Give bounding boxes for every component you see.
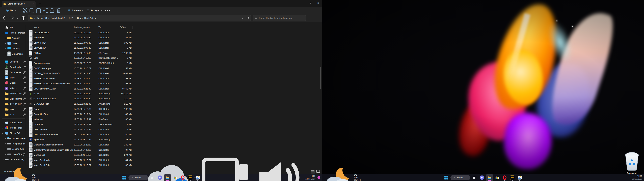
taskbar-search-button[interactable]: Suche (128, 175, 148, 180)
sidebar-item-volume-e[interactable]: Volume (E:) (1, 146, 26, 152)
sidebar-item-gta[interactable]: GTA (1, 112, 26, 117)
taskbar-photos-button[interactable] (194, 174, 201, 181)
file-row-lspdfr-uinst[interactable]: FRlspdfr_uinst12.03.2023 19:27Anwendung3… (28, 137, 142, 142)
sidebar-item-start[interactable]: Start (1, 25, 26, 30)
taskbar-microsoft-store-button[interactable] (172, 174, 178, 181)
file-row-mono-cecil[interactable]: Mono.Cecil16.03.2021 15:52DLL-Datei274 K… (28, 152, 142, 157)
breadcrumb-item-grand-theft-auto-v[interactable]: Grand Theft Auto V (76, 16, 98, 20)
sidebar-item-bilder[interactable]: Bilder (1, 75, 26, 80)
file-row-gtavlanguageselect[interactable]: VGTAVLanguageSelect11.03.2023 21:30Anwen… (28, 96, 142, 101)
column-header-date[interactable]: Änderungsdatum (73, 26, 98, 28)
taskbar-microsoft-store-button[interactable] (494, 174, 500, 181)
taskbar-file-explorer-button[interactable] (164, 174, 171, 181)
file-row-gta5[interactable]: VGTA511.03.2023 21:30Anwendung45.179 KB (28, 91, 142, 96)
chevron-right-icon[interactable] (3, 43, 7, 44)
rename-button[interactable]: A (42, 8, 48, 13)
file-list-scrollbar[interactable] (320, 22, 321, 169)
volume-icon[interactable] (253, 156, 304, 181)
sidebar-scrollbar[interactable] (26, 25, 26, 166)
close-button[interactable]: × (314, 0, 322, 6)
chevron-right-icon[interactable] (3, 48, 7, 49)
file-row-gpuperfapidx11-x64[interactable]: GPUPerfAPIDX11-x6411.03.2023 21:30DLL-Da… (28, 86, 142, 91)
chevron-right-icon[interactable] (3, 154, 7, 155)
file-row-gfsdk-txaa-alpharesolve-win64[interactable]: GFSDK_TXAA_AlphaResolve.win6411.03.2023 … (28, 81, 142, 86)
copy-button[interactable] (29, 8, 35, 13)
cut-button[interactable] (22, 8, 28, 13)
weather-widget[interactable]: 6°C Stark bewölkt (0, 165, 38, 181)
column-separator[interactable] (98, 26, 98, 29)
recycle-bin[interactable]: Papierkorb (623, 151, 641, 174)
delete-button[interactable] (56, 8, 62, 13)
sidebar-item-musik[interactable]: ♪Musik (1, 80, 26, 86)
sidebar-item-timon-pers-n[interactable]: Timon – Persön (1, 30, 26, 36)
taskbar-opera-button[interactable] (179, 174, 186, 181)
sidebar-item-icloud-fotos[interactable]: iCloud-Fotos (1, 125, 26, 130)
taskbar-opera-button[interactable] (501, 174, 508, 181)
file-row-lms-common[interactable]: LMS.Common19.03.2016 19:29DLL-Datei14 KB (28, 127, 142, 132)
view-button[interactable]: Anzeigen (85, 8, 104, 13)
sidebar-item-dokumente[interactable]: Dokumente (1, 70, 26, 75)
sidebar-item-desktop[interactable]: Desktop (1, 59, 26, 64)
taskbar-rockstar-launcher-button[interactable]: R★ (187, 174, 194, 181)
chevron-down-icon[interactable] (1, 32, 5, 33)
minimize-button[interactable] (299, 0, 306, 6)
sidebar-item-bilder[interactable]: Bilder (1, 41, 26, 46)
file-row-examples-csproj[interactable]: Examples.csproj12.03.2023 19:28CSPROJ-Da… (28, 60, 142, 66)
file-row-easyhook[interactable]: EasyHook04.01.2018 14:52DLL-Datei51 KB (28, 35, 142, 40)
network-icon[interactable] (201, 157, 251, 181)
breadcrumb-item-festplatte-d[interactable]: Festplatte (D:) (50, 16, 66, 20)
sidebar-item-bildschirmfo[interactable]: Bildschirmfo (1, 96, 26, 102)
clock[interactable]: 19:29 12.03.2023 (632, 175, 642, 180)
chevron-right-icon[interactable] (3, 38, 7, 38)
sidebar-item-downloads[interactable]: Downloads (1, 64, 26, 70)
sidebar-item-icloud-drive[interactable]: iCloud Drive (1, 120, 26, 125)
refresh-icon[interactable] (246, 16, 249, 19)
sidebar-item-grand-theft[interactable]: Grand Theft . (1, 91, 26, 96)
new-tab-button[interactable]: + (38, 2, 42, 6)
explorer-tab[interactable]: Grand Theft Auto V × (2, 1, 36, 7)
column-header-type[interactable]: Typ (98, 26, 119, 28)
file-row-easyhook64[interactable]: EasyHook6411.02.2018 00:48DLL-Datei303 K… (28, 40, 142, 45)
taskbar-start-button[interactable] (443, 174, 450, 181)
file-row-index-bin[interactable]: index.bin12.03.2023 12:47BIN-Datei66 KB (28, 116, 142, 122)
notification-badge[interactable]: 2 (318, 176, 320, 179)
search-input[interactable] (258, 16, 304, 20)
file-row-els[interactable]: ELS07.01.2017 15:38Konfigurationsein...2… (28, 55, 142, 60)
file-row-gfsdk-txaa-win64[interactable]: GFSDK_TXAA.win6411.03.2023 21:30DLL-Date… (28, 76, 142, 81)
weather-widget[interactable]: 6°C Stark bewölkt (322, 165, 360, 181)
more-options-button[interactable] (104, 8, 110, 13)
file-row-fw1fontwrapper[interactable]: FW1FontWrapper16.03.2021 15:52DLL-Datei1… (28, 66, 142, 70)
column-separator[interactable] (132, 26, 132, 29)
address-dropdown-icon[interactable] (242, 17, 243, 18)
paste-button[interactable] (36, 8, 42, 13)
sidebar-item-lokaler-datent[interactable]: Lokaler Datent (1, 136, 26, 141)
file-row-lms-portableexecutable[interactable]: LMS.PortableExecutable16.03.2021 16:01DL… (28, 132, 142, 137)
chevron-right-icon[interactable] (1, 122, 5, 123)
sort-button[interactable]: Sortieren (66, 8, 84, 13)
sidebar-item-anlagen[interactable]: Anlagen (1, 35, 26, 41)
sidebar-item-unionsine-f[interactable]: UnionSine (F:) (1, 157, 26, 162)
file-row-discordrpcnet[interactable]: DiscordRpcNet18.02.2019 19:44DLL-Datei7 … (28, 30, 142, 35)
taskbar-file-explorer-button[interactable] (486, 174, 493, 181)
file-row-microsoft-visualstudio-qualitytools-unit[interactable]: Microsoft.VisualStudio.QualityTools.Unit… (28, 147, 142, 152)
forward-button[interactable] (8, 15, 14, 20)
sidebar-item-034134-gta[interactable]: 034134-GTA (1, 102, 26, 107)
back-button[interactable] (2, 15, 8, 20)
sidebar-item-dokumente[interactable]: Dokumente (1, 51, 26, 57)
sidebar-item-videos[interactable]: ▶Videos (1, 86, 26, 91)
chevron-right-icon[interactable] (3, 148, 7, 150)
share-button[interactable] (49, 8, 55, 13)
taskbar-photos-button[interactable] (516, 174, 523, 181)
scrollbar-thumb[interactable] (320, 67, 321, 89)
column-header-name[interactable]: Name (33, 26, 73, 28)
maximize-button[interactable] (306, 0, 314, 6)
file-row-microsoft-expression-drawing[interactable]: Microsoft.Expression.Drawing18.02.2013 2… (28, 142, 142, 147)
file-row-gfsdk-shadowlib-win64[interactable]: GFSDK_ShadowLib.win6411.03.2023 21:30DLL… (28, 71, 142, 76)
search-box[interactable] (253, 15, 306, 21)
chevron-right-icon[interactable] (1, 159, 5, 160)
breadcrumb[interactable]: ›Dieser PC›Festplatte (D:)›GTA›Grand The… (28, 15, 251, 21)
chevron-right-icon[interactable] (3, 138, 7, 139)
chevron-right-icon[interactable] (3, 54, 7, 54)
sidebar-item-festplatte-d[interactable]: Festplatte (D:) (1, 141, 26, 146)
chevron-down-icon[interactable] (1, 133, 5, 134)
